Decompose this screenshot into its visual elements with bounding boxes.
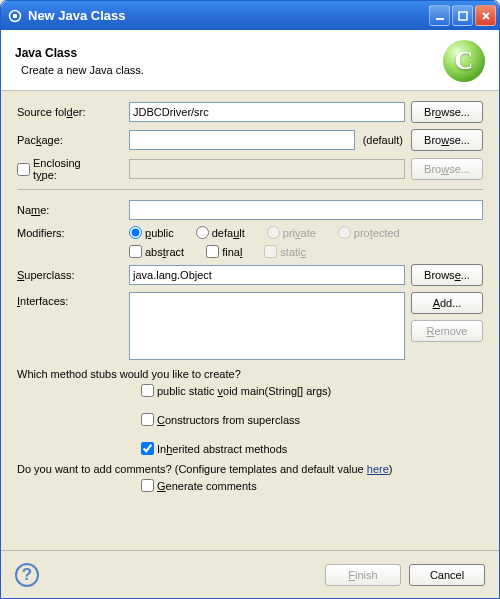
enclosing-type-checkbox[interactable] <box>17 163 30 176</box>
source-folder-label: Source folder: <box>17 106 123 118</box>
class-icon: C <box>443 40 485 82</box>
modifier-default-radio[interactable]: default <box>196 226 245 239</box>
configure-templates-link[interactable]: here <box>367 463 389 475</box>
dialog-footer: ? Finish Cancel <box>1 550 499 598</box>
constructors-checkbox[interactable]: Constructors from superclass <box>141 413 465 426</box>
cancel-button[interactable]: Cancel <box>409 564 485 586</box>
package-default-text: (default) <box>363 134 403 146</box>
browse-source-folder-button[interactable]: Browse... <box>411 101 483 123</box>
enclosing-type-label: Enclosing type: <box>17 157 123 181</box>
package-label: Package: <box>17 134 123 146</box>
modifier-protected-radio: protected <box>338 226 400 239</box>
svg-rect-3 <box>459 12 467 20</box>
modifier-static-checkbox: static <box>264 245 306 258</box>
modifiers-label: Modifiers: <box>17 227 123 239</box>
comments-question: Do you want to add comments? (Configure … <box>17 463 483 475</box>
modifier-public-radio[interactable]: public <box>129 226 174 239</box>
superclass-input[interactable] <box>129 265 405 285</box>
interfaces-listbox[interactable] <box>129 292 405 360</box>
browse-enclosing-type-button: Browse... <box>411 158 483 180</box>
svg-rect-2 <box>436 18 444 20</box>
svg-point-1 <box>13 13 17 17</box>
header-subtitle: Create a new Java class. <box>21 64 443 76</box>
source-folder-input[interactable] <box>129 102 405 122</box>
add-interface-button[interactable]: Add... <box>411 292 483 314</box>
interfaces-label: Interfaces: <box>17 292 123 307</box>
browse-package-button[interactable]: Browse... <box>411 129 483 151</box>
superclass-label: Superclass: <box>17 269 123 281</box>
dialog-header: Java Class Create a new Java class. C <box>1 30 499 91</box>
maximize-button[interactable] <box>452 5 473 26</box>
browse-superclass-button[interactable]: Browse... <box>411 264 483 286</box>
modifier-final-checkbox[interactable]: final <box>206 245 242 258</box>
method-stubs-question: Which method stubs would you like to cre… <box>17 368 483 380</box>
app-icon <box>7 8 23 24</box>
window-title: New Java Class <box>28 8 427 23</box>
main-method-checkbox[interactable]: public static void main(String[] args) <box>141 384 465 397</box>
name-label: Name: <box>17 204 123 216</box>
modifier-abstract-checkbox[interactable]: abstract <box>129 245 184 258</box>
inherited-methods-checkbox[interactable]: Inherited abstract methods <box>141 442 465 455</box>
separator-1 <box>17 189 483 190</box>
enclosing-type-input <box>129 159 405 179</box>
minimize-button[interactable] <box>429 5 450 26</box>
name-input[interactable] <box>129 200 483 220</box>
modifier-private-radio: private <box>267 226 316 239</box>
help-icon[interactable]: ? <box>15 563 39 587</box>
generate-comments-checkbox[interactable]: Generate comments <box>141 479 465 492</box>
package-input[interactable] <box>129 130 355 150</box>
title-bar: New Java Class <box>1 1 499 30</box>
close-button[interactable] <box>475 5 496 26</box>
finish-button: Finish <box>325 564 401 586</box>
header-title: Java Class <box>15 46 443 60</box>
remove-interface-button: Remove <box>411 320 483 342</box>
